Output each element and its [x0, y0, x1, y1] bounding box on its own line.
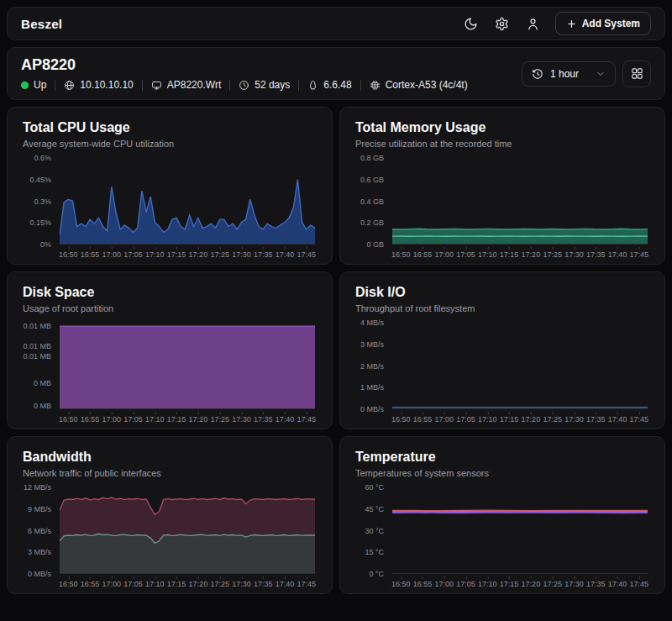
- x-axis-label: 17:20: [522, 415, 541, 424]
- x-axis-label: 17:30: [564, 580, 584, 588]
- chart-card-disk-io: Disk I/O Throughput of root filesystem 4…: [339, 271, 665, 429]
- x-axis-label: 17:40: [276, 580, 295, 588]
- x-axis-label: 17:20: [189, 415, 208, 424]
- header-controls: 1 hour: [522, 61, 651, 87]
- x-axis-label: 16:55: [81, 415, 100, 424]
- y-axis-label: 0.01 MB: [23, 342, 51, 350]
- x-axis-label: 17:40: [608, 415, 627, 424]
- x-axis-label: 17:40: [608, 580, 627, 588]
- x-axis-label: 17:05: [123, 250, 143, 259]
- y-axis-label: 0.6 GB: [360, 176, 384, 184]
- card-title: Bandwidth: [23, 450, 317, 465]
- card-title: Total Memory Usage: [355, 120, 649, 135]
- theme-toggle-button[interactable]: [462, 15, 480, 33]
- x-axis-label: 17:35: [254, 580, 273, 588]
- x-axis-label: 17:35: [254, 415, 273, 424]
- plus-icon: [566, 18, 577, 29]
- moon-icon: [464, 17, 478, 31]
- y-axis-label: 60 °C: [365, 483, 384, 492]
- navbar: Beszel Add System: [7, 7, 665, 40]
- y-axis-label: 0.3%: [34, 197, 51, 206]
- x-axis-label: 16:55: [81, 580, 100, 588]
- y-axis-label: 4 MB/s: [360, 318, 384, 327]
- x-axis-label: 16:50: [391, 580, 411, 588]
- x-axis-label: 17:30: [232, 250, 251, 259]
- x-axis-label: 17:45: [629, 250, 648, 259]
- bandwidth-chart[interactable]: 12 MB/s9 MB/s6 MB/s3 MB/s0 MB/s16:5016:5…: [23, 487, 317, 588]
- y-axis-label: 6 MB/s: [28, 527, 51, 535]
- card-subtitle: Temperatures of system sensors: [355, 468, 649, 478]
- system-hostname: AP8220.Wrt: [151, 79, 221, 91]
- chart-card-cpu: Total CPU Usage Average system-wide CPU …: [7, 107, 333, 265]
- x-axis-label: 17:35: [586, 250, 606, 259]
- chart-card-disk-space: Disk Space Usage of root partition 0.01 …: [7, 271, 333, 429]
- settings-button[interactable]: [493, 15, 511, 33]
- x-axis-label: 17:00: [102, 580, 122, 588]
- system-uptime: 52 days: [239, 79, 290, 91]
- memory-usage-chart[interactable]: 0.8 GB0.6 GB0.4 GB0.2 GB0 GB16:5016:5517…: [355, 158, 649, 259]
- card-title: Disk I/O: [355, 285, 649, 300]
- x-axis-label: 17:45: [297, 250, 316, 259]
- time-range-select[interactable]: 1 hour: [522, 61, 616, 87]
- x-axis-label: 17:20: [189, 580, 208, 588]
- x-axis-label: 17:10: [478, 580, 497, 588]
- status-dot-icon: [21, 82, 29, 89]
- disk-io-chart[interactable]: 4 MB/s3 MB/s2 MB/s1 MB/s0 MB/s16:5016:55…: [355, 323, 649, 424]
- x-axis-label: 17:15: [167, 250, 186, 259]
- x-axis-label: 17:00: [435, 415, 454, 424]
- y-axis-label: 1 MB/s: [360, 383, 384, 392]
- chart-card-bandwidth: Bandwidth Network traffic of public inte…: [7, 436, 333, 594]
- user-icon: [526, 17, 540, 31]
- x-axis-label: 17:05: [456, 250, 475, 259]
- x-axis-label: 17:30: [564, 415, 584, 424]
- divider: [360, 80, 361, 91]
- x-axis-label: 17:05: [456, 580, 475, 588]
- layout-grid-icon: [631, 67, 643, 80]
- chart-card-memory: Total Memory Usage Precise utilization a…: [339, 107, 665, 265]
- user-menu-button[interactable]: [524, 15, 542, 33]
- layout-grid-button[interactable]: [622, 61, 651, 87]
- x-axis-label: 17:20: [189, 250, 208, 259]
- add-system-button[interactable]: Add System: [555, 12, 651, 35]
- x-axis-label: 16:50: [391, 250, 411, 259]
- cpu-usage-chart[interactable]: 0.6%0.45%0.3%0.15%0%16:5016:5517:0017:05…: [23, 158, 317, 259]
- x-axis-label: 16:50: [391, 415, 411, 424]
- x-axis-label: 16:50: [59, 415, 78, 424]
- x-axis-label: 17:15: [500, 250, 519, 259]
- time-range-value: 1 hour: [550, 68, 589, 80]
- x-axis-label: 17:40: [608, 250, 627, 259]
- system-ip: 10.10.10.10: [64, 79, 133, 91]
- brand-logo[interactable]: Beszel: [21, 17, 62, 31]
- x-axis-label: 16:55: [413, 580, 433, 588]
- x-axis-label: 17:40: [276, 415, 295, 424]
- x-axis-label: 17:00: [102, 250, 122, 259]
- x-axis-label: 17:35: [586, 580, 606, 588]
- card-subtitle: Network traffic of public interfaces: [23, 468, 317, 478]
- x-axis-label: 17:10: [145, 250, 165, 259]
- y-axis-label: 0.2 GB: [360, 218, 384, 227]
- x-axis-label: 16:55: [81, 250, 100, 259]
- x-axis-label: 16:50: [59, 580, 78, 588]
- globe-icon: [64, 80, 75, 91]
- x-axis-label: 17:05: [456, 415, 475, 424]
- y-axis-label: 0.01 MB: [23, 322, 51, 330]
- x-axis-label: 17:30: [232, 580, 251, 588]
- x-axis-label: 17:05: [123, 415, 143, 424]
- status-label: Up: [34, 79, 46, 91]
- x-axis-label: 17:15: [500, 580, 519, 588]
- x-axis-label: 17:20: [522, 250, 541, 259]
- x-axis-label: 17:05: [123, 580, 143, 588]
- x-axis-label: 17:00: [435, 250, 454, 259]
- card-subtitle: Average system-wide CPU utilization: [23, 139, 317, 149]
- x-axis-label: 17:35: [586, 415, 606, 424]
- y-axis-label: 0.4 GB: [360, 197, 384, 206]
- x-axis-label: 17:25: [210, 250, 229, 259]
- y-axis-label: 30 °C: [365, 527, 384, 535]
- gear-icon: [495, 17, 509, 31]
- x-axis-label: 17:25: [543, 250, 562, 259]
- y-axis-label: 9 MB/s: [28, 505, 51, 513]
- disk-space-chart[interactable]: 0.01 MB0.01 MB0.01 MB0 MB0 MB16:5016:551…: [23, 323, 317, 424]
- y-axis-label: 0.15%: [29, 218, 51, 227]
- temperature-chart[interactable]: 60 °C45 °C30 °C15 °C0 °C16:5016:5517:001…: [355, 487, 649, 588]
- system-title: AP8220: [21, 56, 468, 74]
